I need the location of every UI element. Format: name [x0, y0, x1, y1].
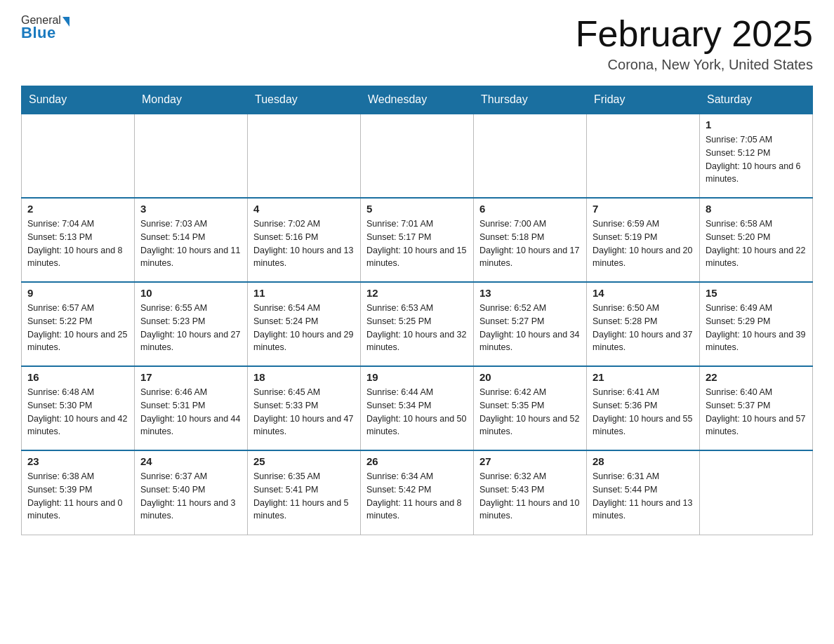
weekday-header-tuesday: Tuesday	[248, 86, 361, 114]
calendar-cell: 3Sunrise: 7:03 AMSunset: 5:14 PMDaylight…	[135, 198, 248, 282]
calendar-cell: 14Sunrise: 6:50 AMSunset: 5:28 PMDayligh…	[587, 282, 700, 366]
week-row-4: 16Sunrise: 6:48 AMSunset: 5:30 PMDayligh…	[22, 366, 813, 450]
day-info: Sunrise: 6:37 AMSunset: 5:40 PMDaylight:…	[140, 470, 241, 523]
calendar-cell: 27Sunrise: 6:32 AMSunset: 5:43 PMDayligh…	[474, 450, 587, 535]
day-number: 2	[27, 203, 128, 215]
logo-arrow-icon	[62, 17, 70, 27]
day-number: 14	[593, 287, 694, 299]
calendar-cell: 10Sunrise: 6:55 AMSunset: 5:23 PMDayligh…	[135, 282, 248, 366]
day-number: 15	[706, 287, 807, 299]
title-area: February 2025 Corona, New York, United S…	[576, 14, 813, 73]
calendar-cell: 24Sunrise: 6:37 AMSunset: 5:40 PMDayligh…	[135, 450, 248, 535]
weekday-header-saturday: Saturday	[700, 86, 813, 114]
calendar-table: SundayMondayTuesdayWednesdayThursdayFrid…	[21, 86, 813, 535]
day-info: Sunrise: 6:42 AMSunset: 5:35 PMDaylight:…	[479, 386, 581, 438]
calendar-cell: 15Sunrise: 6:49 AMSunset: 5:29 PMDayligh…	[700, 282, 813, 366]
day-info: Sunrise: 6:58 AMSunset: 5:20 PMDaylight:…	[706, 217, 807, 270]
day-number: 24	[140, 455, 241, 467]
day-info: Sunrise: 6:45 AMSunset: 5:33 PMDaylight:…	[253, 386, 355, 438]
day-info: Sunrise: 6:50 AMSunset: 5:28 PMDaylight:…	[593, 302, 694, 354]
day-info: Sunrise: 6:31 AMSunset: 5:44 PMDaylight:…	[593, 470, 694, 523]
day-info: Sunrise: 6:55 AMSunset: 5:23 PMDaylight:…	[140, 302, 241, 354]
day-number: 21	[593, 371, 694, 383]
day-info: Sunrise: 6:44 AMSunset: 5:34 PMDaylight:…	[366, 386, 468, 438]
day-info: Sunrise: 6:48 AMSunset: 5:30 PMDaylight:…	[27, 386, 128, 438]
calendar-cell: 25Sunrise: 6:35 AMSunset: 5:41 PMDayligh…	[248, 450, 361, 535]
day-number: 12	[366, 287, 468, 299]
logo-area: General Blue	[21, 14, 71, 42]
day-info: Sunrise: 6:40 AMSunset: 5:37 PMDaylight:…	[706, 386, 807, 438]
calendar-cell: 6Sunrise: 7:00 AMSunset: 5:18 PMDaylight…	[474, 198, 587, 282]
day-number: 23	[27, 455, 128, 467]
calendar-cell: 28Sunrise: 6:31 AMSunset: 5:44 PMDayligh…	[587, 450, 700, 535]
calendar-cell	[248, 114, 361, 198]
calendar-cell: 4Sunrise: 7:02 AMSunset: 5:16 PMDaylight…	[248, 198, 361, 282]
weekday-header-wednesday: Wednesday	[361, 86, 474, 114]
day-info: Sunrise: 6:41 AMSunset: 5:36 PMDaylight:…	[593, 386, 694, 438]
day-info: Sunrise: 6:35 AMSunset: 5:41 PMDaylight:…	[253, 470, 355, 523]
calendar-cell	[135, 114, 248, 198]
day-number: 3	[140, 203, 241, 215]
weekday-header-sunday: Sunday	[22, 86, 135, 114]
weekday-header-thursday: Thursday	[474, 86, 587, 114]
day-info: Sunrise: 7:01 AMSunset: 5:17 PMDaylight:…	[366, 217, 468, 270]
day-info: Sunrise: 6:34 AMSunset: 5:42 PMDaylight:…	[366, 470, 468, 523]
day-info: Sunrise: 7:03 AMSunset: 5:14 PMDaylight:…	[140, 217, 241, 270]
calendar-cell: 7Sunrise: 6:59 AMSunset: 5:19 PMDaylight…	[587, 198, 700, 282]
day-number: 1	[706, 119, 807, 130]
weekday-header-monday: Monday	[135, 86, 248, 114]
calendar-cell: 19Sunrise: 6:44 AMSunset: 5:34 PMDayligh…	[361, 366, 474, 450]
day-number: 19	[366, 371, 468, 383]
day-number: 16	[27, 371, 128, 383]
day-info: Sunrise: 6:38 AMSunset: 5:39 PMDaylight:…	[27, 470, 128, 523]
week-row-1: 1Sunrise: 7:05 AMSunset: 5:12 PMDaylight…	[22, 114, 813, 198]
week-row-5: 23Sunrise: 6:38 AMSunset: 5:39 PMDayligh…	[22, 450, 813, 535]
day-info: Sunrise: 6:46 AMSunset: 5:31 PMDaylight:…	[140, 386, 241, 438]
calendar-cell: 21Sunrise: 6:41 AMSunset: 5:36 PMDayligh…	[587, 366, 700, 450]
day-number: 9	[27, 287, 128, 299]
calendar-cell: 9Sunrise: 6:57 AMSunset: 5:22 PMDaylight…	[22, 282, 135, 366]
day-number: 10	[140, 287, 241, 299]
week-row-2: 2Sunrise: 7:04 AMSunset: 5:13 PMDaylight…	[22, 198, 813, 282]
day-info: Sunrise: 6:59 AMSunset: 5:19 PMDaylight:…	[593, 217, 694, 270]
day-info: Sunrise: 6:32 AMSunset: 5:43 PMDaylight:…	[479, 470, 581, 523]
day-number: 13	[479, 287, 581, 299]
day-info: Sunrise: 6:54 AMSunset: 5:24 PMDaylight:…	[253, 302, 355, 354]
calendar-cell: 8Sunrise: 6:58 AMSunset: 5:20 PMDaylight…	[700, 198, 813, 282]
calendar-cell: 17Sunrise: 6:46 AMSunset: 5:31 PMDayligh…	[135, 366, 248, 450]
calendar-cell	[587, 114, 700, 198]
day-number: 8	[706, 203, 807, 215]
day-info: Sunrise: 6:57 AMSunset: 5:22 PMDaylight:…	[27, 302, 128, 354]
day-number: 4	[253, 203, 355, 215]
page-header: General Blue February 2025 Corona, New Y…	[21, 14, 813, 73]
day-number: 7	[593, 203, 694, 215]
calendar-cell: 13Sunrise: 6:52 AMSunset: 5:27 PMDayligh…	[474, 282, 587, 366]
weekday-header-row: SundayMondayTuesdayWednesdayThursdayFrid…	[22, 86, 813, 114]
day-info: Sunrise: 7:04 AMSunset: 5:13 PMDaylight:…	[27, 217, 128, 270]
calendar-cell	[361, 114, 474, 198]
calendar-cell: 5Sunrise: 7:01 AMSunset: 5:17 PMDaylight…	[361, 198, 474, 282]
day-number: 20	[479, 371, 581, 383]
calendar-cell: 16Sunrise: 6:48 AMSunset: 5:30 PMDayligh…	[22, 366, 135, 450]
calendar-cell: 2Sunrise: 7:04 AMSunset: 5:13 PMDaylight…	[22, 198, 135, 282]
day-number: 11	[253, 287, 355, 299]
day-info: Sunrise: 6:52 AMSunset: 5:27 PMDaylight:…	[479, 302, 581, 354]
calendar-cell: 12Sunrise: 6:53 AMSunset: 5:25 PMDayligh…	[361, 282, 474, 366]
day-number: 17	[140, 371, 241, 383]
day-info: Sunrise: 6:53 AMSunset: 5:25 PMDaylight:…	[366, 302, 468, 354]
calendar-cell	[22, 114, 135, 198]
calendar-cell	[474, 114, 587, 198]
day-number: 28	[593, 455, 694, 467]
location-label: Corona, New York, United States	[576, 57, 813, 73]
month-title: February 2025	[576, 14, 813, 54]
calendar-cell: 20Sunrise: 6:42 AMSunset: 5:35 PMDayligh…	[474, 366, 587, 450]
day-number: 6	[479, 203, 581, 215]
day-number: 25	[253, 455, 355, 467]
calendar-cell: 22Sunrise: 6:40 AMSunset: 5:37 PMDayligh…	[700, 366, 813, 450]
calendar-cell: 23Sunrise: 6:38 AMSunset: 5:39 PMDayligh…	[22, 450, 135, 535]
calendar-cell	[700, 450, 813, 535]
calendar-cell: 11Sunrise: 6:54 AMSunset: 5:24 PMDayligh…	[248, 282, 361, 366]
day-info: Sunrise: 7:02 AMSunset: 5:16 PMDaylight:…	[253, 217, 355, 270]
day-number: 27	[479, 455, 581, 467]
day-number: 18	[253, 371, 355, 383]
